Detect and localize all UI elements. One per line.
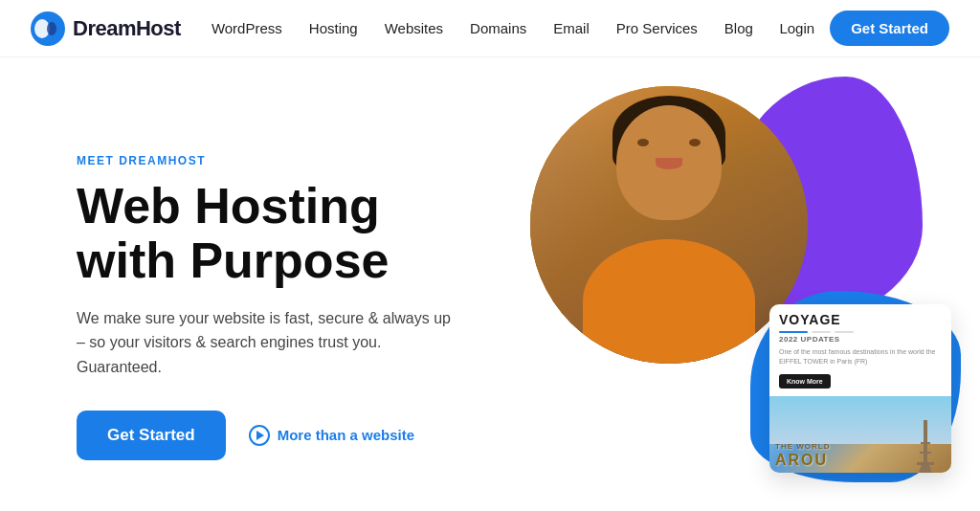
nav-item-email[interactable]: Email: [553, 20, 590, 36]
hero-title-line1: Web Hosting: [77, 178, 380, 233]
nav-actions: Login Get Started: [779, 11, 949, 46]
logo-text: DreamHost: [73, 16, 181, 41]
card-the: THE WORLD: [775, 442, 830, 451]
nav-item-websites[interactable]: Websites: [385, 20, 443, 36]
voyage-card: VOYAGE 2022 UPDATES One of the most famo…: [769, 304, 951, 473]
hero-left-content: MEET DREAMHOST Web Hosting with Purpose …: [77, 154, 526, 459]
card-button[interactable]: Know More: [779, 374, 831, 389]
dreamhost-logo-icon: [31, 11, 65, 46]
hero-section: MEET DREAMHOST Web Hosting with Purpose …: [0, 57, 980, 511]
tower-base: [919, 465, 932, 473]
play-triangle-icon: [256, 431, 264, 440]
get-started-hero-button[interactable]: Get Started: [77, 411, 226, 460]
nav-item-blog[interactable]: Blog: [724, 20, 753, 36]
card-title: VOYAGE: [769, 304, 951, 331]
more-link-label: More than a website: [278, 427, 414, 443]
hero-title-line2: with Purpose: [77, 233, 389, 288]
tower-beam3: [921, 442, 930, 444]
hero-actions: Get Started More than a website: [77, 411, 526, 460]
nav-item-hosting[interactable]: Hosting: [309, 20, 358, 36]
meet-label: MEET DREAMHOST: [77, 154, 526, 167]
card-image: THE WORLD AROU: [769, 396, 951, 473]
person-head: [616, 105, 722, 220]
nav-item-domains[interactable]: Domains: [470, 20, 526, 36]
svg-point-2: [47, 22, 56, 35]
card-image-title: THE WORLD AROU: [775, 442, 830, 469]
nav-item-pro-services[interactable]: Pro Services: [616, 20, 698, 36]
hero-right-area: VOYAGE 2022 UPDATES One of the most famo…: [482, 57, 980, 511]
tower-beam1: [917, 462, 934, 465]
play-circle-icon: [249, 425, 270, 446]
more-than-website-link[interactable]: More than a website: [249, 425, 414, 446]
person-background: [530, 86, 808, 364]
get-started-nav-button[interactable]: Get Started: [830, 11, 949, 46]
navbar: DreamHost WordPress Hosting Websites Dom…: [0, 0, 980, 57]
card-divider3: [835, 331, 854, 333]
nav-links: WordPress Hosting Websites Domains Email…: [212, 20, 780, 36]
card-around: AROU: [775, 452, 830, 469]
logo[interactable]: DreamHost: [31, 11, 181, 46]
card-divider: [779, 331, 808, 333]
card-text: One of the most famous destinations in t…: [769, 347, 951, 370]
card-divider2: [812, 331, 831, 333]
nav-item-wordpress[interactable]: WordPress: [212, 20, 282, 36]
person-body: [583, 239, 755, 364]
login-link[interactable]: Login: [779, 20, 814, 36]
card-meta: 2022 UPDATES: [769, 335, 951, 347]
hero-circle-photo: [530, 86, 808, 364]
tower-beam2: [920, 452, 931, 454]
hero-title: Web Hosting with Purpose: [77, 179, 526, 286]
hero-description: We make sure your website is fast, secur…: [77, 306, 459, 380]
